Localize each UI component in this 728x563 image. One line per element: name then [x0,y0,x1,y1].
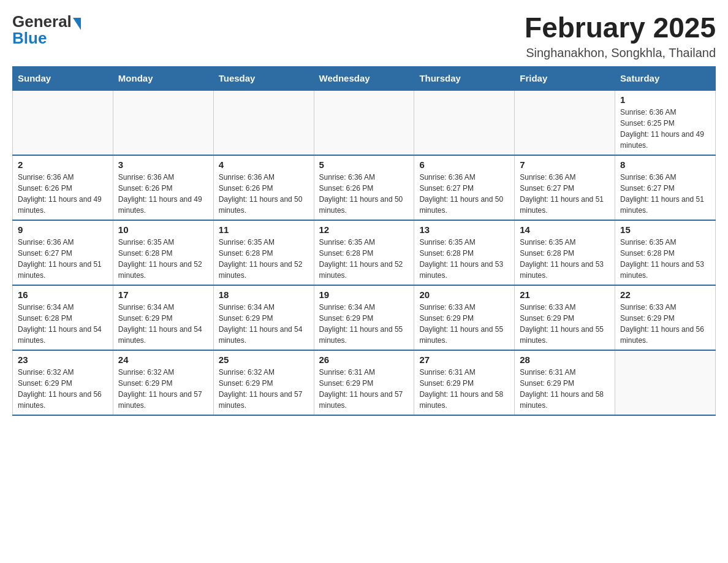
title-block: February 2025 Singhanakhon, Songkhla, Th… [525,12,716,60]
day-info: Sunrise: 6:35 AM Sunset: 6:28 PM Dayligh… [620,237,710,281]
day-number: 4 [219,159,309,170]
day-number: 14 [520,224,610,235]
page-header: General Blue February 2025 Singhanakhon,… [12,12,716,60]
calendar-cell: 22Sunrise: 6:33 AM Sunset: 6:29 PM Dayli… [615,285,716,350]
calendar-cell [113,90,213,155]
day-number: 17 [118,289,208,300]
calendar-cell: 12Sunrise: 6:35 AM Sunset: 6:28 PM Dayli… [314,220,414,285]
calendar-cell: 1Sunrise: 6:36 AM Sunset: 6:25 PM Daylig… [615,90,716,155]
day-info: Sunrise: 6:31 AM Sunset: 6:29 PM Dayligh… [419,367,509,411]
day-info: Sunrise: 6:35 AM Sunset: 6:28 PM Dayligh… [419,237,509,281]
day-info: Sunrise: 6:36 AM Sunset: 6:27 PM Dayligh… [520,172,610,216]
day-info: Sunrise: 6:34 AM Sunset: 6:29 PM Dayligh… [219,302,309,346]
calendar-cell: 27Sunrise: 6:31 AM Sunset: 6:29 PM Dayli… [414,350,515,415]
day-number: 7 [520,159,610,170]
calendar-cell: 9Sunrise: 6:36 AM Sunset: 6:27 PM Daylig… [13,220,113,285]
day-number: 22 [620,289,710,300]
day-number: 20 [419,289,509,300]
day-number: 2 [18,159,108,170]
day-number: 19 [319,289,409,300]
day-number: 18 [219,289,309,300]
location-subtitle: Singhanakhon, Songkhla, Thailand [525,46,716,60]
day-info: Sunrise: 6:36 AM Sunset: 6:26 PM Dayligh… [219,172,309,216]
logo: General Blue [12,12,81,48]
day-info: Sunrise: 6:36 AM Sunset: 6:27 PM Dayligh… [419,172,509,216]
day-number: 27 [419,354,509,365]
day-number: 28 [520,354,610,365]
calendar-cell: 6Sunrise: 6:36 AM Sunset: 6:27 PM Daylig… [414,155,515,220]
calendar-cell: 20Sunrise: 6:33 AM Sunset: 6:29 PM Dayli… [414,285,515,350]
calendar-cell [414,90,515,155]
calendar-cell: 17Sunrise: 6:34 AM Sunset: 6:29 PM Dayli… [113,285,213,350]
day-info: Sunrise: 6:33 AM Sunset: 6:29 PM Dayligh… [520,302,610,346]
day-info: Sunrise: 6:34 AM Sunset: 6:29 PM Dayligh… [118,302,208,346]
day-info: Sunrise: 6:36 AM Sunset: 6:26 PM Dayligh… [319,172,409,216]
day-info: Sunrise: 6:36 AM Sunset: 6:26 PM Dayligh… [118,172,208,216]
day-info: Sunrise: 6:31 AM Sunset: 6:29 PM Dayligh… [520,367,610,411]
calendar-week-row: 23Sunrise: 6:32 AM Sunset: 6:29 PM Dayli… [13,350,716,415]
column-header-monday: Monday [113,66,213,90]
calendar-cell: 25Sunrise: 6:32 AM Sunset: 6:29 PM Dayli… [213,350,314,415]
column-header-tuesday: Tuesday [213,66,314,90]
calendar-cell: 14Sunrise: 6:35 AM Sunset: 6:28 PM Dayli… [515,220,615,285]
calendar-cell: 15Sunrise: 6:35 AM Sunset: 6:28 PM Dayli… [615,220,716,285]
day-number: 5 [319,159,409,170]
calendar-cell: 18Sunrise: 6:34 AM Sunset: 6:29 PM Dayli… [213,285,314,350]
calendar-cell: 11Sunrise: 6:35 AM Sunset: 6:28 PM Dayli… [213,220,314,285]
calendar-cell: 7Sunrise: 6:36 AM Sunset: 6:27 PM Daylig… [515,155,615,220]
calendar-cell: 13Sunrise: 6:35 AM Sunset: 6:28 PM Dayli… [414,220,515,285]
calendar-cell: 8Sunrise: 6:36 AM Sunset: 6:27 PM Daylig… [615,155,716,220]
day-info: Sunrise: 6:31 AM Sunset: 6:29 PM Dayligh… [319,367,409,411]
day-number: 24 [118,354,208,365]
logo-blue-text: Blue [12,29,47,48]
day-number: 13 [419,224,509,235]
calendar-cell: 28Sunrise: 6:31 AM Sunset: 6:29 PM Dayli… [515,350,615,415]
day-number: 26 [319,354,409,365]
column-header-wednesday: Wednesday [314,66,414,90]
day-number: 8 [620,159,710,170]
calendar-cell [314,90,414,155]
calendar-cell: 26Sunrise: 6:31 AM Sunset: 6:29 PM Dayli… [314,350,414,415]
day-info: Sunrise: 6:36 AM Sunset: 6:26 PM Dayligh… [18,172,108,216]
calendar-week-row: 9Sunrise: 6:36 AM Sunset: 6:27 PM Daylig… [13,220,716,285]
calendar-cell: 24Sunrise: 6:32 AM Sunset: 6:29 PM Dayli… [113,350,213,415]
day-info: Sunrise: 6:33 AM Sunset: 6:29 PM Dayligh… [419,302,509,346]
calendar-week-row: 2Sunrise: 6:36 AM Sunset: 6:26 PM Daylig… [13,155,716,220]
day-number: 1 [620,94,710,105]
calendar-cell: 2Sunrise: 6:36 AM Sunset: 6:26 PM Daylig… [13,155,113,220]
day-info: Sunrise: 6:35 AM Sunset: 6:28 PM Dayligh… [219,237,309,281]
calendar-cell: 16Sunrise: 6:34 AM Sunset: 6:28 PM Dayli… [13,285,113,350]
day-number: 11 [219,224,309,235]
column-header-sunday: Sunday [13,66,113,90]
day-info: Sunrise: 6:32 AM Sunset: 6:29 PM Dayligh… [118,367,208,411]
column-header-thursday: Thursday [414,66,515,90]
column-header-saturday: Saturday [615,66,716,90]
calendar-cell: 4Sunrise: 6:36 AM Sunset: 6:26 PM Daylig… [213,155,314,220]
calendar-cell [615,350,716,415]
calendar-cell [13,90,113,155]
day-number: 10 [118,224,208,235]
calendar-cell: 19Sunrise: 6:34 AM Sunset: 6:29 PM Dayli… [314,285,414,350]
day-number: 25 [219,354,309,365]
day-number: 15 [620,224,710,235]
day-number: 6 [419,159,509,170]
day-number: 21 [520,289,610,300]
calendar-cell: 5Sunrise: 6:36 AM Sunset: 6:26 PM Daylig… [314,155,414,220]
calendar-cell: 10Sunrise: 6:35 AM Sunset: 6:28 PM Dayli… [113,220,213,285]
calendar-cell: 23Sunrise: 6:32 AM Sunset: 6:29 PM Dayli… [13,350,113,415]
calendar-cell: 21Sunrise: 6:33 AM Sunset: 6:29 PM Dayli… [515,285,615,350]
day-info: Sunrise: 6:36 AM Sunset: 6:27 PM Dayligh… [18,237,108,281]
day-info: Sunrise: 6:36 AM Sunset: 6:27 PM Dayligh… [620,172,710,216]
day-number: 16 [18,289,108,300]
day-info: Sunrise: 6:33 AM Sunset: 6:29 PM Dayligh… [620,302,710,346]
calendar-header-row: SundayMondayTuesdayWednesdayThursdayFrid… [13,66,716,90]
day-info: Sunrise: 6:36 AM Sunset: 6:25 PM Dayligh… [620,107,710,151]
day-number: 3 [118,159,208,170]
day-info: Sunrise: 6:35 AM Sunset: 6:28 PM Dayligh… [118,237,208,281]
day-number: 23 [18,354,108,365]
calendar-week-row: 1Sunrise: 6:36 AM Sunset: 6:25 PM Daylig… [13,90,716,155]
calendar-cell [213,90,314,155]
calendar-cell [515,90,615,155]
calendar-table: SundayMondayTuesdayWednesdayThursdayFrid… [12,66,716,416]
day-info: Sunrise: 6:35 AM Sunset: 6:28 PM Dayligh… [319,237,409,281]
